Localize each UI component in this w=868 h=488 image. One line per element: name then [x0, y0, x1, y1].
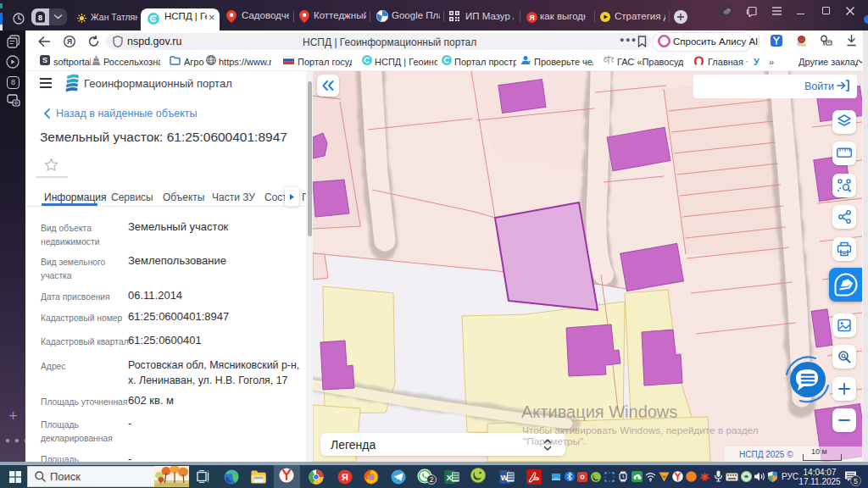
svg-text:8: 8 — [38, 14, 42, 22]
svg-text:X: X — [447, 473, 453, 482]
svg-text:Я: Я — [342, 472, 348, 482]
svg-text:S: S — [42, 56, 47, 64]
svg-text:W: W — [501, 474, 509, 482]
svg-text:Я: Я — [67, 37, 72, 46]
svg-text:Я: Я — [529, 14, 534, 22]
